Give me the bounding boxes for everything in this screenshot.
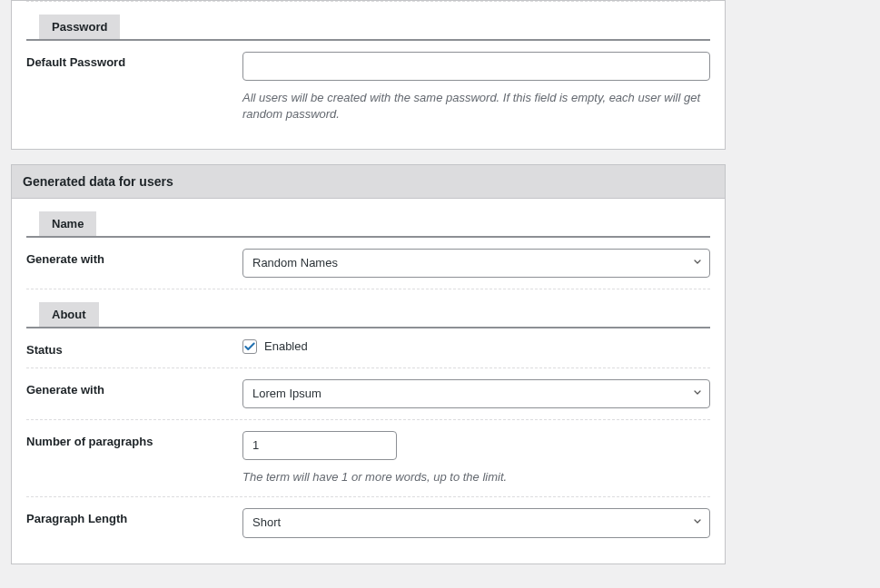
status-row: Status Enabled: [26, 328, 710, 368]
tab-name[interactable]: Name: [39, 211, 96, 236]
status-checkbox[interactable]: [242, 339, 257, 354]
paragraphs-label: Number of paragraphs: [26, 431, 242, 485]
paragraphs-input[interactable]: [242, 431, 397, 460]
about-generate-with-select[interactable]: Lorem Ipsum: [242, 379, 710, 408]
name-generate-with-label: Generate with: [26, 249, 242, 278]
paragraph-length-select[interactable]: Short: [242, 508, 710, 537]
default-password-help: All users will be created with the same …: [242, 90, 710, 122]
about-generate-with-label: Generate with: [26, 379, 242, 408]
about-generate-with-row: Generate with Lorem Ipsum: [26, 368, 710, 420]
generated-data-panel: Generated data for users Name Generate w…: [11, 164, 726, 564]
name-tab-row: Name: [26, 211, 710, 238]
paragraphs-help: The term will have 1 or more words, up t…: [242, 469, 710, 485]
check-icon: [243, 340, 256, 353]
password-settings-panel: Password Default Password All users will…: [11, 0, 726, 150]
default-password-label: Default Password: [26, 52, 242, 123]
about-tab-row: About: [26, 302, 710, 328]
paragraphs-row: Number of paragraphs The term will have …: [26, 420, 710, 497]
tab-about[interactable]: About: [39, 302, 99, 327]
generated-data-header: Generated data for users: [12, 165, 725, 199]
status-checkbox-label: Enabled: [264, 339, 308, 353]
name-generate-with-row: Generate with Random Names: [26, 238, 710, 289]
name-generate-with-select[interactable]: Random Names: [242, 249, 710, 278]
status-label: Status: [26, 339, 242, 357]
tab-password[interactable]: Password: [39, 15, 120, 39]
password-tab-row: Password: [26, 15, 710, 41]
paragraph-length-label: Paragraph Length: [26, 508, 242, 537]
paragraph-length-row: Paragraph Length Short: [26, 497, 710, 548]
default-password-input[interactable]: [242, 52, 710, 81]
default-password-row: Default Password All users will be creat…: [26, 41, 710, 134]
